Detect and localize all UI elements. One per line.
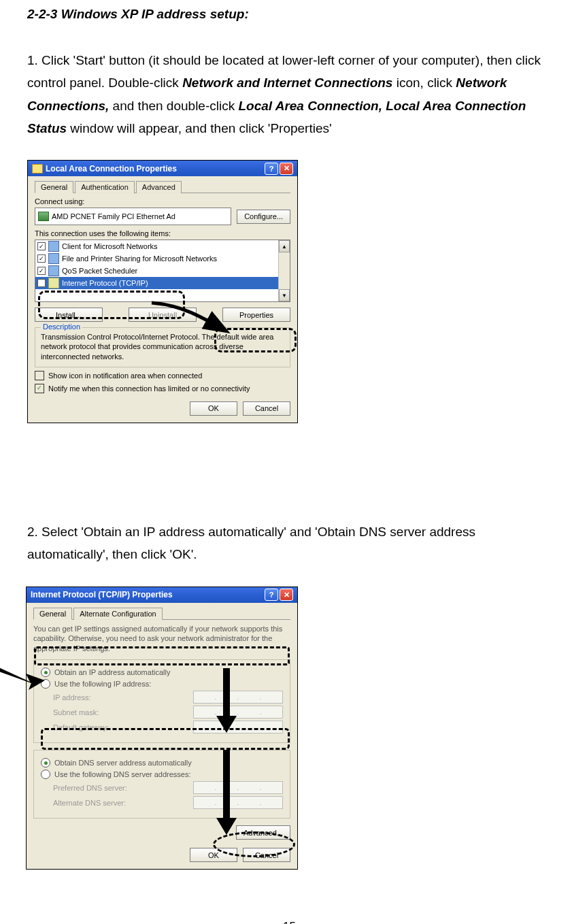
radio-auto-ip[interactable]: [41, 667, 50, 677]
pref-dns-input[interactable]: ...: [193, 781, 283, 794]
alt-dns-label: Alternate DNS server:: [53, 799, 126, 807]
tab-advanced[interactable]: Advanced: [136, 181, 182, 193]
page-number: 15: [27, 920, 552, 925]
window-icon: Local Area Connection Properties: [32, 164, 177, 174]
tab-general[interactable]: General: [35, 181, 73, 193]
ok-button[interactable]: OK: [190, 401, 237, 416]
radio-manual-dns[interactable]: [41, 770, 50, 779]
tab-general[interactable]: General: [33, 608, 72, 620]
scroll-down-icon[interactable]: ▼: [279, 289, 290, 301]
radio-manual-ip[interactable]: [41, 679, 50, 689]
item-label: Internet Protocol (TCP/IP): [62, 279, 148, 287]
connection-items-list[interactable]: ✓ Client for Microsoft Networks ✓ File a…: [35, 240, 290, 302]
protocol-icon: [48, 278, 59, 288]
service-icon: [48, 265, 59, 276]
show-icon-label: Show icon in notification area when conn…: [48, 372, 202, 380]
dns-settings-group: Obtain DNS server address automatically …: [33, 750, 290, 819]
gateway-label: Default gateway:: [53, 723, 109, 731]
info-text: You can get IP settings assigned automat…: [33, 624, 290, 655]
section-heading: 2-2-3 Windows XP IP address setup:: [27, 7, 552, 22]
scroll-up-icon[interactable]: ▲: [279, 240, 290, 252]
install-button[interactable]: Install...: [35, 308, 103, 322]
notify-checkbox[interactable]: ✓: [35, 384, 44, 393]
titlebar: Local Area Connection Properties ? ✕: [28, 161, 297, 176]
uninstall-button[interactable]: Uninstall: [129, 308, 197, 322]
cancel-button[interactable]: Cancel: [243, 848, 290, 862]
close-button[interactable]: ✕: [280, 589, 293, 601]
tabs: General Authentication Advanced: [35, 180, 290, 193]
ip-settings-group: Obtain an IP address automatically Use t…: [33, 659, 290, 743]
description-text: Transmission Control Protocol/Internet P…: [41, 332, 284, 361]
text-bold: Network and Internet Connections: [182, 76, 392, 90]
tab-authentication[interactable]: Authentication: [75, 181, 135, 193]
subnet-label: Subnet mask:: [53, 708, 99, 716]
ok-button[interactable]: OK: [190, 848, 237, 862]
list-item[interactable]: ✓ Client for Microsoft Networks: [35, 240, 290, 252]
properties-button[interactable]: Properties: [222, 308, 290, 322]
checkbox-icon[interactable]: ✓: [37, 267, 46, 275]
step-1-text: 1. Click 'Start' button (it should be lo…: [27, 49, 552, 139]
nic-icon: [38, 212, 49, 221]
list-item[interactable]: ✓ File and Printer Sharing for Microsoft…: [35, 252, 290, 265]
radio-label: Use the following IP address:: [54, 680, 151, 688]
advanced-button[interactable]: Advanced...: [236, 825, 290, 840]
help-button[interactable]: ?: [265, 163, 278, 175]
scrollbar[interactable]: ▲ ▼: [278, 240, 290, 301]
window-title: Local Area Connection Properties: [46, 164, 177, 174]
checkbox-icon[interactable]: ✓: [37, 254, 46, 263]
tcpip-properties-dialog: Internet Protocol (TCP/IP) Properties ? …: [26, 587, 298, 870]
show-icon-checkbox[interactable]: [35, 371, 44, 380]
radio-label: Obtain DNS server address automatically: [54, 759, 192, 767]
pref-dns-label: Preferred DNS server:: [53, 784, 127, 792]
items-label: This connection uses the following items…: [35, 229, 290, 237]
list-item-selected[interactable]: ✓ Internet Protocol (TCP/IP): [35, 277, 290, 289]
notify-label: Notify me when this connection has limit…: [48, 384, 250, 393]
text-segment: window will appear, and then click 'Prop…: [67, 121, 332, 135]
nic-field: AMD PCNET Family PCI Ethernet Ad: [35, 208, 231, 225]
titlebar: Internet Protocol (TCP/IP) Properties ? …: [27, 587, 297, 603]
checkbox-icon[interactable]: ✓: [37, 279, 46, 287]
ip-address-input[interactable]: ...: [193, 691, 283, 704]
text-segment: icon, click: [392, 76, 456, 90]
cancel-button[interactable]: Cancel: [243, 401, 290, 416]
radio-auto-dns[interactable]: [41, 758, 50, 768]
step-2-text: 2. Select 'Obtain an IP address automati…: [27, 521, 552, 566]
configure-button[interactable]: Configure...: [237, 210, 290, 224]
item-label: QoS Packet Scheduler: [62, 267, 137, 275]
help-button[interactable]: ?: [265, 589, 278, 601]
ip-address-label: IP address:: [53, 693, 90, 702]
nic-name: AMD PCNET Family PCI Ethernet Ad: [52, 212, 175, 220]
description-legend: Description: [41, 323, 82, 331]
tabs: General Alternate Configuration: [33, 607, 290, 620]
radio-label: Use the following DNS server addresses:: [54, 770, 191, 778]
service-icon: [48, 253, 59, 264]
item-label: File and Printer Sharing for Microsoft N…: [62, 254, 217, 263]
radio-label: Obtain an IP address automatically: [54, 668, 170, 676]
item-label: Client for Microsoft Networks: [62, 242, 158, 250]
checkbox-icon[interactable]: ✓: [37, 242, 46, 250]
alt-dns-input[interactable]: ...: [193, 796, 283, 809]
close-button[interactable]: ✕: [280, 163, 293, 175]
lan-properties-dialog: Local Area Connection Properties ? ✕ Gen…: [27, 160, 298, 423]
window-title: Internet Protocol (TCP/IP) Properties: [31, 590, 173, 599]
gateway-input[interactable]: ...: [193, 721, 283, 733]
list-item[interactable]: ✓ QoS Packet Scheduler: [35, 265, 290, 277]
text-segment: and then double-click: [109, 99, 238, 113]
tab-alternate-config[interactable]: Alternate Configuration: [73, 608, 163, 620]
subnet-input[interactable]: ...: [193, 706, 283, 719]
description-fieldset: Description Transmission Control Protoco…: [35, 327, 290, 367]
service-icon: [48, 241, 59, 252]
connect-using-label: Connect using:: [35, 197, 290, 205]
